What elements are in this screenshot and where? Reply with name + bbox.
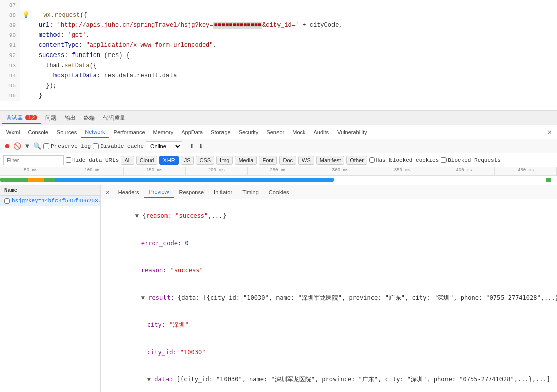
filter-xhr[interactable]: XHR bbox=[159, 156, 178, 165]
timeline-ruler: 50 ms 100 ms 150 ms 200 ms 250 ms 300 ms… bbox=[0, 167, 557, 176]
tab-wxml[interactable]: Wxml bbox=[2, 127, 24, 137]
tick-450ms: 450 ms bbox=[495, 167, 557, 175]
has-blocked-label[interactable]: Has blocked cookies bbox=[369, 157, 439, 163]
tick-200ms: 200 ms bbox=[186, 167, 248, 175]
tick-350ms: 350 ms bbox=[371, 167, 433, 175]
filter-input[interactable] bbox=[3, 155, 64, 165]
json-root: ▼ {reason: "success",...} bbox=[106, 202, 552, 230]
preview-tabs-bar: ✕ Headers Preview Response Initiator Tim… bbox=[101, 185, 557, 199]
tab-appdata[interactable]: AppData bbox=[177, 127, 207, 137]
network-tabs-bar: Wxml Console Sources Network Performance… bbox=[0, 125, 557, 139]
code-line-90: 90 method: 'get', bbox=[0, 30, 557, 40]
tab-storage[interactable]: Storage bbox=[207, 127, 235, 137]
warn-icon: 💡 bbox=[20, 10, 32, 20]
import-button[interactable]: ⬆ bbox=[188, 142, 195, 151]
timeline-bar-blue bbox=[55, 178, 334, 182]
filter-cloud[interactable]: Cloud bbox=[136, 156, 158, 165]
hide-data-urls-label[interactable]: Hide data URLs bbox=[66, 157, 119, 163]
preview-close-button[interactable]: ✕ bbox=[103, 188, 113, 196]
tab-response[interactable]: Response bbox=[174, 187, 209, 197]
filter-all[interactable]: All bbox=[121, 156, 134, 165]
record-button[interactable]: ⏺ bbox=[3, 142, 11, 150]
filter-ws[interactable]: WS bbox=[298, 156, 314, 165]
tab-headers[interactable]: Headers bbox=[113, 187, 144, 197]
code-line-93: 93 that.setData({ bbox=[0, 61, 557, 71]
blocked-requests-checkbox[interactable] bbox=[441, 157, 447, 163]
tab-mock[interactable]: Mock bbox=[288, 127, 309, 137]
request-checkbox[interactable] bbox=[4, 198, 10, 204]
timeline-area: 50 ms 100 ms 150 ms 200 ms 250 ms 300 ms… bbox=[0, 167, 557, 185]
close-devtools-button[interactable]: ✕ bbox=[545, 128, 555, 136]
main-panel: Name hsjg?key=14bfc4f545f966253... ✕ Hea… bbox=[0, 185, 557, 392]
tab-network[interactable]: Network bbox=[81, 127, 109, 138]
json-error-code: error_code: 0 bbox=[106, 230, 552, 257]
tab-audits[interactable]: Audits bbox=[310, 127, 333, 137]
filter-css[interactable]: CSS bbox=[196, 156, 214, 165]
tab-code-quality[interactable]: 代码质量 bbox=[99, 112, 129, 124]
tab-timing[interactable]: Timing bbox=[237, 187, 264, 197]
filter-manifest[interactable]: Manifest bbox=[316, 156, 345, 165]
tab-security[interactable]: Security bbox=[235, 127, 263, 137]
preserve-log-checkbox[interactable] bbox=[43, 143, 49, 149]
tab-initiator[interactable]: Initiator bbox=[209, 187, 237, 197]
tab-console[interactable]: Console bbox=[24, 127, 52, 137]
network-toolbar: ⏺ 🚫 ▼ 🔍 Preserve log Disable cache Onlin… bbox=[0, 139, 557, 153]
filter-img[interactable]: Img bbox=[216, 156, 233, 165]
tab-vulnerability[interactable]: Vulnerability bbox=[333, 127, 371, 137]
tab-cookies[interactable]: Cookies bbox=[264, 187, 294, 197]
filter-media[interactable]: Media bbox=[235, 156, 257, 165]
hide-data-urls-checkbox[interactable] bbox=[66, 157, 71, 163]
code-line-95: 95 }); bbox=[0, 81, 557, 91]
disable-cache-text: Disable cache bbox=[100, 143, 144, 149]
tab-output[interactable]: 输出 bbox=[61, 112, 80, 124]
disable-cache-label[interactable]: Disable cache bbox=[93, 143, 144, 149]
preserve-log-label[interactable]: Preserve log bbox=[43, 143, 91, 149]
json-reason: reason: "success" bbox=[106, 257, 552, 284]
requests-panel: Name hsjg?key=14bfc4f545f966253... bbox=[0, 185, 101, 392]
tab-preview[interactable]: Preview bbox=[144, 187, 174, 198]
code-line-91: 91 contentType: "application/x-www-form-… bbox=[0, 40, 557, 50]
tab-memory[interactable]: Memory bbox=[149, 127, 178, 137]
disable-cache-checkbox[interactable] bbox=[93, 143, 99, 149]
clear-button[interactable]: 🚫 bbox=[13, 142, 21, 150]
tab-issues[interactable]: 问题 bbox=[41, 112, 61, 124]
code-line-94: 94 hospitalData: res.data.result.data bbox=[0, 71, 557, 81]
request-item[interactable]: hsjg?key=14bfc4f545f966253... bbox=[0, 196, 100, 206]
requests-list: hsjg?key=14bfc4f545f966253... bbox=[0, 196, 100, 392]
request-name: hsjg?key=14bfc4f545f966253... bbox=[12, 198, 100, 204]
devtools-tabs-bar: 调试器 1,2 问题 输出 终端 代码质量 bbox=[0, 111, 557, 125]
filter-font[interactable]: Font bbox=[259, 156, 277, 165]
tab-terminal[interactable]: 终端 bbox=[80, 112, 99, 124]
has-blocked-checkbox[interactable] bbox=[369, 157, 375, 163]
tick-400ms: 400 ms bbox=[433, 167, 495, 175]
blocked-requests-label[interactable]: Blocked Requests bbox=[441, 157, 501, 163]
search-button[interactable]: 🔍 bbox=[33, 142, 41, 150]
expand-root[interactable]: ▼ bbox=[135, 212, 139, 219]
tab-performance[interactable]: Performance bbox=[109, 127, 149, 137]
hide-data-urls-text: Hide data URLs bbox=[72, 157, 119, 163]
code-editor: 87 88 💡 wx.request({ 89 url: 'http://api… bbox=[0, 0, 557, 111]
filter-bar: Hide data URLs All Cloud XHR JS CSS Img … bbox=[0, 153, 557, 167]
preview-content[interactable]: ▼ {reason: "success",...} error_code: 0 … bbox=[101, 199, 557, 392]
tick-50ms: 50 ms bbox=[0, 167, 62, 175]
json-data: ▼ data: [{city_id: "10030", name: "深圳军龙医… bbox=[106, 366, 552, 392]
blocked-requests-text: Blocked Requests bbox=[448, 157, 501, 163]
tab-debugger[interactable]: 调试器 1,2 bbox=[2, 111, 41, 124]
debugger-badge: 1,2 bbox=[25, 115, 37, 120]
tab-sources[interactable]: Sources bbox=[52, 127, 81, 137]
tick-100ms: 100 ms bbox=[62, 167, 124, 175]
tick-250ms: 250 ms bbox=[248, 167, 310, 175]
requests-header: Name bbox=[0, 185, 100, 196]
filter-other[interactable]: Other bbox=[346, 156, 367, 165]
tab-sensor[interactable]: Sensor bbox=[262, 127, 288, 137]
tick-300ms: 300 ms bbox=[309, 167, 371, 175]
json-result: ▼ result: {data: [{city_id: "10030", nam… bbox=[106, 284, 552, 311]
throttle-select[interactable]: Online Fast 3G Slow 3G Offline bbox=[146, 141, 182, 151]
code-line-92: 92 success: function (res) { bbox=[0, 50, 557, 61]
filter-button[interactable]: ▼ bbox=[23, 142, 31, 150]
filter-doc[interactable]: Doc bbox=[279, 156, 296, 165]
export-button[interactable]: ⬇ bbox=[197, 142, 204, 151]
filter-js[interactable]: JS bbox=[181, 156, 194, 165]
preview-panel: ✕ Headers Preview Response Initiator Tim… bbox=[101, 185, 557, 392]
timeline-bar-orange bbox=[28, 178, 44, 182]
